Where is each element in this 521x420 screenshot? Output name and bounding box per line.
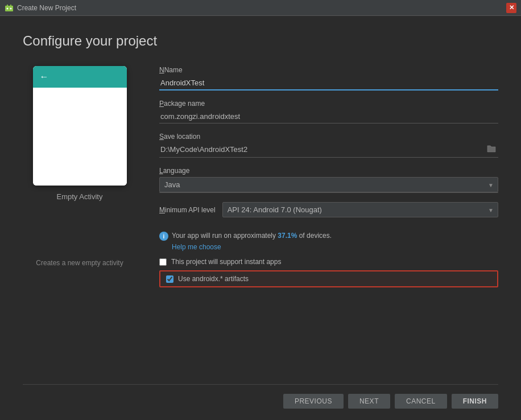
name-label: NName — [159, 66, 498, 74]
phone-preview: ← — [33, 66, 127, 186]
app-icon — [5, 3, 14, 13]
title-bar-left: Create New Project — [5, 3, 76, 13]
browse-folder-button[interactable] — [485, 143, 498, 155]
min-api-group: Minimum API level API 24: Android 7.0 (N… — [159, 202, 498, 222]
package-input[interactable] — [159, 110, 498, 123]
svg-point-4 — [10, 7, 12, 9]
min-api-select-wrapper: API 24: Android 7.0 (Nougat) API 21: And… — [222, 202, 498, 217]
close-button[interactable]: ✕ — [506, 3, 516, 13]
package-label: Package name — [159, 100, 498, 108]
language-label: Language — [159, 167, 498, 175]
save-location-input[interactable] — [159, 143, 485, 156]
next-button[interactable]: NEXT — [348, 394, 390, 409]
devices-percent: 37.1% — [278, 232, 297, 240]
svg-rect-2 — [10, 5, 11, 6]
svg-rect-0 — [5, 6, 13, 11]
content-body: ← Empty Activity Creates a new empty act… — [23, 66, 498, 378]
previous-button[interactable]: PREVIOUS — [283, 394, 344, 409]
phone-body — [33, 88, 127, 186]
info-row: i Your app will run on approximately 37.… — [159, 231, 498, 241]
androidx-checkbox-row: Use androidx.* artifacts — [159, 270, 498, 287]
androidx-checkbox[interactable] — [166, 275, 173, 283]
info-text: Your app will run on approximately 37.1%… — [172, 231, 332, 241]
save-location-input-wrapper — [159, 143, 498, 158]
language-select-wrapper: Java Kotlin ▼ — [159, 177, 498, 193]
instant-apps-checkbox[interactable] — [159, 258, 167, 266]
title-bar: Create New Project ✕ — [0, 0, 521, 16]
instant-apps-label: This project will support instant apps — [171, 258, 281, 266]
finish-button[interactable]: FINISH — [452, 394, 498, 409]
svg-point-3 — [7, 7, 9, 9]
back-arrow-icon: ← — [40, 72, 49, 82]
left-panel: ← Empty Activity Creates a new empty act… — [23, 66, 137, 378]
name-input[interactable] — [159, 76, 498, 90]
phone-toolbar: ← — [33, 66, 127, 88]
activity-label: Empty Activity — [57, 192, 103, 201]
help-me-choose-link[interactable]: Help me choose — [172, 243, 498, 251]
save-location-label: Save location — [159, 133, 498, 141]
instant-apps-checkbox-row: This project will support instant apps — [159, 258, 498, 266]
cancel-button[interactable]: CANCEL — [395, 394, 447, 409]
save-location-group: Save location — [159, 133, 498, 158]
footer: PREVIOUS NEXT CANCEL FINISH — [23, 384, 498, 409]
main-content: Configure your project ← Empty Activity … — [0, 16, 521, 420]
activity-description: Creates a new empty activity — [36, 258, 123, 268]
min-api-select[interactable]: API 24: Android 7.0 (Nougat) API 21: And… — [222, 202, 498, 217]
androidx-label: Use androidx.* artifacts — [178, 275, 249, 283]
language-group: Language Java Kotlin ▼ — [159, 167, 498, 193]
package-name-group: Package name — [159, 100, 498, 123]
min-api-label: Minimum API level — [159, 206, 216, 214]
name-field-group: NName — [159, 66, 498, 90]
right-panel: NName Package name Save location — [159, 66, 498, 378]
page-title: Configure your project — [23, 33, 498, 49]
min-api-row: Minimum API level API 24: Android 7.0 (N… — [159, 202, 498, 217]
svg-rect-1 — [7, 5, 8, 6]
info-icon: i — [159, 232, 168, 241]
language-select[interactable]: Java Kotlin — [159, 177, 498, 192]
window-title: Create New Project — [17, 4, 76, 12]
